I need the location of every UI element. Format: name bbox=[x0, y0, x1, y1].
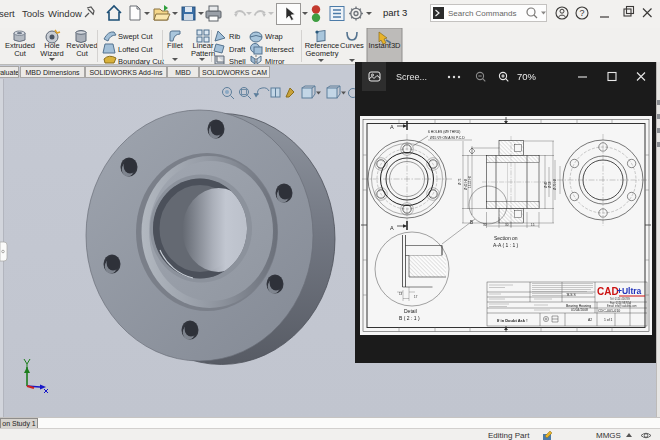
svg-text:Fax: 0124 987654: Fax: 0124 987654 bbox=[610, 301, 631, 305]
svg-text:15: 15 bbox=[531, 223, 535, 227]
svg-text:Scree...: Scree... bbox=[396, 72, 427, 82]
svg-text:17: 17 bbox=[414, 295, 418, 299]
svg-text:1 of 1: 1 of 1 bbox=[604, 318, 613, 322]
svg-text:+Ultra: +Ultra bbox=[617, 286, 642, 296]
svg-text:16.55 H6: 16.55 H6 bbox=[468, 175, 472, 188]
svg-text:B: B bbox=[470, 220, 473, 225]
svg-text:A: A bbox=[390, 124, 394, 130]
svg-text:13: 13 bbox=[399, 292, 403, 296]
svg-text:?: ? bbox=[580, 8, 585, 18]
svg-text:Ø 75: Ø 75 bbox=[458, 178, 462, 185]
svg-text:A: A bbox=[390, 225, 394, 231]
svg-text:CDC-001-010: CDC-001-010 bbox=[598, 309, 620, 313]
svg-text:A2: A2 bbox=[588, 318, 592, 322]
svg-text:Ø 58: Ø 58 bbox=[548, 181, 552, 188]
svg-text:Detail: Detail bbox=[404, 308, 417, 314]
svg-text:If in Doubt Ask !: If in Doubt Ask ! bbox=[497, 318, 528, 323]
svg-text:01/04/2008: 01/04/2008 bbox=[571, 308, 588, 312]
svg-text:Ø15 ∇9 ON A 90 P.C.D: Ø15 ∇9 ON A 90 P.C.D bbox=[430, 136, 465, 140]
svg-text:Email: info@cadultra.com: Email: info@cadultra.com bbox=[607, 304, 637, 308]
svg-text:CAD: CAD bbox=[597, 286, 619, 297]
svg-text:Section on: Section on bbox=[494, 235, 518, 241]
svg-text:B ( 2 : 1 ): B ( 2 : 1 ) bbox=[399, 315, 420, 321]
svg-text:30: 30 bbox=[483, 223, 487, 227]
svg-text:6 HOLES (Ø9 THRU): 6 HOLES (Ø9 THRU) bbox=[428, 130, 460, 134]
svg-text:Search Commands: Search Commands bbox=[448, 9, 516, 18]
svg-text:Tel: 0124 456789: Tel: 0124 456789 bbox=[610, 297, 630, 301]
svg-text:A-A ( 1 : 1 ): A-A ( 1 : 1 ) bbox=[493, 242, 519, 248]
svg-text:70%: 70% bbox=[517, 71, 537, 82]
svg-text:30: 30 bbox=[505, 223, 509, 227]
